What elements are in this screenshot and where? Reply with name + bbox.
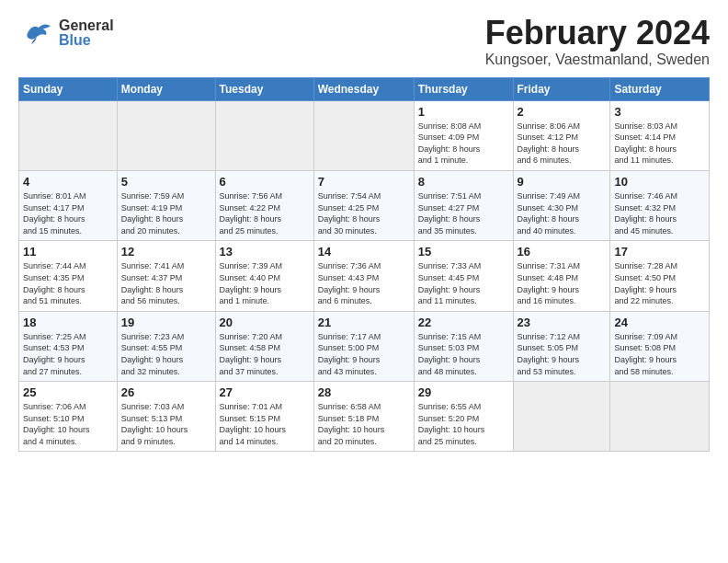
- table-row: 9Sunrise: 7:49 AM Sunset: 4:30 PM Daylig…: [513, 170, 610, 240]
- table-row: [610, 382, 710, 452]
- day-info: Sunrise: 7:49 AM Sunset: 4:30 PM Dayligh…: [518, 190, 607, 236]
- day-info: Sunrise: 8:08 AM Sunset: 4:09 PM Dayligh…: [418, 121, 509, 167]
- table-row: 11Sunrise: 7:44 AM Sunset: 4:35 PM Dayli…: [19, 241, 118, 311]
- day-info: Sunrise: 7:54 AM Sunset: 4:25 PM Dayligh…: [318, 190, 410, 236]
- day-number: 3: [614, 105, 705, 119]
- table-row: 16Sunrise: 7:31 AM Sunset: 4:48 PM Dayli…: [513, 241, 610, 311]
- day-number: 29: [418, 385, 509, 399]
- day-info: Sunrise: 7:28 AM Sunset: 4:50 PM Dayligh…: [614, 260, 705, 306]
- day-info: Sunrise: 7:23 AM Sunset: 4:55 PM Dayligh…: [121, 331, 211, 377]
- calendar-page: General Blue February 2024 Kungsoer, Vae…: [0, 0, 728, 461]
- calendar-header-row: Sunday Monday Tuesday Wednesday Thursday…: [19, 77, 710, 100]
- day-info: Sunrise: 7:06 AM Sunset: 5:10 PM Dayligh…: [23, 401, 113, 447]
- table-row: [19, 100, 118, 170]
- table-row: 28Sunrise: 6:58 AM Sunset: 5:18 PM Dayli…: [313, 382, 414, 452]
- table-row: 22Sunrise: 7:15 AM Sunset: 5:03 PM Dayli…: [414, 311, 513, 381]
- day-info: Sunrise: 7:25 AM Sunset: 4:53 PM Dayligh…: [23, 331, 113, 377]
- calendar-week-row: 25Sunrise: 7:06 AM Sunset: 5:10 PM Dayli…: [19, 382, 710, 452]
- logo-text: General Blue: [59, 18, 114, 48]
- day-info: Sunrise: 7:39 AM Sunset: 4:40 PM Dayligh…: [220, 260, 310, 306]
- logo-blue: Blue: [59, 33, 114, 48]
- logo: General Blue: [18, 15, 114, 52]
- col-monday: Monday: [117, 77, 215, 100]
- table-row: 7Sunrise: 7:54 AM Sunset: 4:25 PM Daylig…: [313, 170, 414, 240]
- day-info: Sunrise: 7:20 AM Sunset: 4:58 PM Dayligh…: [220, 331, 310, 377]
- table-row: 26Sunrise: 7:03 AM Sunset: 5:13 PM Dayli…: [117, 382, 215, 452]
- day-number: 17: [614, 245, 705, 259]
- table-row: [313, 100, 414, 170]
- day-number: 9: [518, 175, 607, 189]
- calendar-table: Sunday Monday Tuesday Wednesday Thursday…: [18, 77, 710, 453]
- day-info: Sunrise: 8:01 AM Sunset: 4:17 PM Dayligh…: [23, 190, 113, 236]
- title-area: February 2024 Kungsoer, Vaestmanland, Sw…: [485, 15, 710, 68]
- table-row: 24Sunrise: 7:09 AM Sunset: 5:08 PM Dayli…: [610, 311, 710, 381]
- day-info: Sunrise: 7:31 AM Sunset: 4:48 PM Dayligh…: [518, 260, 607, 306]
- table-row: 23Sunrise: 7:12 AM Sunset: 5:05 PM Dayli…: [513, 311, 610, 381]
- day-info: Sunrise: 7:12 AM Sunset: 5:05 PM Dayligh…: [518, 331, 607, 377]
- table-row: 15Sunrise: 7:33 AM Sunset: 4:45 PM Dayli…: [414, 241, 513, 311]
- day-number: 15: [418, 245, 509, 259]
- calendar-week-row: 1Sunrise: 8:08 AM Sunset: 4:09 PM Daylig…: [19, 100, 710, 170]
- header: General Blue February 2024 Kungsoer, Vae…: [18, 15, 710, 68]
- day-number: 18: [23, 316, 113, 329]
- day-info: Sunrise: 8:03 AM Sunset: 4:14 PM Dayligh…: [614, 121, 705, 167]
- day-info: Sunrise: 7:59 AM Sunset: 4:19 PM Dayligh…: [121, 190, 211, 236]
- table-row: 25Sunrise: 7:06 AM Sunset: 5:10 PM Dayli…: [19, 382, 118, 452]
- table-row: 5Sunrise: 7:59 AM Sunset: 4:19 PM Daylig…: [117, 170, 215, 240]
- table-row: 3Sunrise: 8:03 AM Sunset: 4:14 PM Daylig…: [610, 100, 710, 170]
- col-saturday: Saturday: [610, 77, 710, 100]
- day-number: 11: [23, 245, 113, 259]
- table-row: 10Sunrise: 7:46 AM Sunset: 4:32 PM Dayli…: [610, 170, 710, 240]
- day-number: 12: [121, 245, 211, 259]
- day-info: Sunrise: 7:01 AM Sunset: 5:15 PM Dayligh…: [220, 401, 310, 447]
- day-number: 14: [318, 245, 410, 259]
- day-info: Sunrise: 7:36 AM Sunset: 4:43 PM Dayligh…: [318, 260, 410, 306]
- day-info: Sunrise: 7:17 AM Sunset: 5:00 PM Dayligh…: [318, 331, 410, 377]
- calendar-week-row: 4Sunrise: 8:01 AM Sunset: 4:17 PM Daylig…: [19, 170, 710, 240]
- table-row: 1Sunrise: 8:08 AM Sunset: 4:09 PM Daylig…: [414, 100, 513, 170]
- table-row: 19Sunrise: 7:23 AM Sunset: 4:55 PM Dayli…: [117, 311, 215, 381]
- col-friday: Friday: [513, 77, 610, 100]
- table-row: 29Sunrise: 6:55 AM Sunset: 5:20 PM Dayli…: [414, 382, 513, 452]
- table-row: [513, 382, 610, 452]
- day-number: 6: [220, 175, 310, 189]
- table-row: 17Sunrise: 7:28 AM Sunset: 4:50 PM Dayli…: [610, 241, 710, 311]
- day-number: 27: [220, 385, 310, 399]
- day-number: 19: [121, 316, 211, 329]
- day-info: Sunrise: 7:09 AM Sunset: 5:08 PM Dayligh…: [614, 331, 705, 377]
- day-number: 7: [318, 175, 410, 189]
- location-subtitle: Kungsoer, Vaestmanland, Sweden: [485, 52, 710, 68]
- day-info: Sunrise: 6:58 AM Sunset: 5:18 PM Dayligh…: [318, 401, 410, 447]
- day-info: Sunrise: 8:06 AM Sunset: 4:12 PM Dayligh…: [518, 121, 607, 167]
- col-wednesday: Wednesday: [313, 77, 414, 100]
- day-info: Sunrise: 7:46 AM Sunset: 4:32 PM Dayligh…: [614, 190, 705, 236]
- day-number: 1: [418, 105, 509, 119]
- logo-icon: [18, 15, 55, 52]
- day-number: 16: [518, 245, 607, 259]
- day-number: 13: [220, 245, 310, 259]
- day-info: Sunrise: 7:51 AM Sunset: 4:27 PM Dayligh…: [418, 190, 509, 236]
- col-tuesday: Tuesday: [215, 77, 313, 100]
- day-number: 28: [318, 385, 410, 399]
- table-row: 14Sunrise: 7:36 AM Sunset: 4:43 PM Dayli…: [313, 241, 414, 311]
- day-info: Sunrise: 7:44 AM Sunset: 4:35 PM Dayligh…: [23, 260, 113, 306]
- table-row: 13Sunrise: 7:39 AM Sunset: 4:40 PM Dayli…: [215, 241, 313, 311]
- table-row: [117, 100, 215, 170]
- day-number: 23: [518, 316, 607, 329]
- calendar-week-row: 18Sunrise: 7:25 AM Sunset: 4:53 PM Dayli…: [19, 311, 710, 381]
- logo-general: General: [59, 18, 114, 33]
- table-row: [215, 100, 313, 170]
- day-number: 5: [121, 175, 211, 189]
- day-number: 24: [614, 316, 705, 329]
- table-row: 21Sunrise: 7:17 AM Sunset: 5:00 PM Dayli…: [313, 311, 414, 381]
- table-row: 2Sunrise: 8:06 AM Sunset: 4:12 PM Daylig…: [513, 100, 610, 170]
- day-number: 21: [318, 316, 410, 329]
- day-info: Sunrise: 6:55 AM Sunset: 5:20 PM Dayligh…: [418, 401, 509, 447]
- day-info: Sunrise: 7:15 AM Sunset: 5:03 PM Dayligh…: [418, 331, 509, 377]
- day-number: 25: [23, 385, 113, 399]
- col-thursday: Thursday: [414, 77, 513, 100]
- table-row: 6Sunrise: 7:56 AM Sunset: 4:22 PM Daylig…: [215, 170, 313, 240]
- day-number: 20: [220, 316, 310, 329]
- day-number: 22: [418, 316, 509, 329]
- table-row: 4Sunrise: 8:01 AM Sunset: 4:17 PM Daylig…: [19, 170, 118, 240]
